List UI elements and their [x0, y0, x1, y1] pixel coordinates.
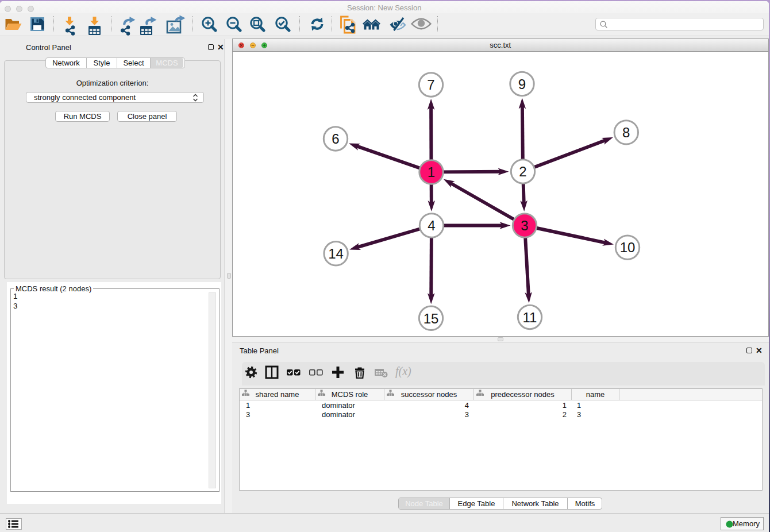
svg-text:6: 6 [332, 131, 339, 147]
svg-text:14: 14 [328, 246, 344, 261]
svg-text:10: 10 [620, 240, 636, 255]
svg-text:1: 1 [428, 164, 435, 180]
svg-text:2: 2 [519, 164, 526, 179]
svg-text:8: 8 [622, 125, 630, 140]
svg-text:9: 9 [518, 76, 526, 92]
svg-text:7: 7 [427, 77, 434, 92]
svg-text:4: 4 [428, 218, 435, 233]
svg-text:11: 11 [523, 310, 537, 325]
svg-text:15: 15 [424, 311, 439, 326]
svg-text:3: 3 [521, 218, 528, 233]
